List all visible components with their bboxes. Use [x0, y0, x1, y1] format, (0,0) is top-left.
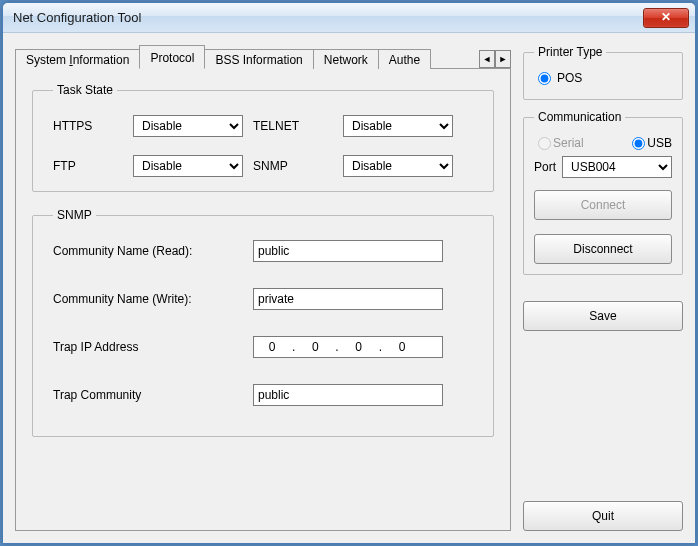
trap-ip-octet-3[interactable] [341, 339, 377, 355]
tab-scroll-left[interactable]: ◄ [479, 50, 495, 68]
port-select[interactable]: USB004 [562, 156, 672, 178]
snmp-group: SNMP Community Name (Read): Community Na… [32, 208, 494, 437]
trap-community-label: Trap Community [53, 388, 253, 402]
community-read-label: Community Name (Read): [53, 244, 253, 258]
communication-legend: Communication [534, 110, 625, 124]
titlebar[interactable]: Net Configuration Tool ✕ [3, 3, 695, 33]
trap-community-row: Trap Community [53, 384, 473, 406]
save-button[interactable]: Save [523, 301, 683, 331]
community-write-input[interactable] [253, 288, 443, 310]
snmp-label: SNMP [253, 159, 333, 173]
printer-type-pos-row: POS [534, 71, 672, 85]
communication-serial-label: Serial [553, 136, 584, 150]
trap-ip-octet-4[interactable] [384, 339, 420, 355]
community-write-label: Community Name (Write): [53, 292, 253, 306]
https-label: HTTPS [53, 119, 123, 133]
communication-serial-radio [538, 137, 551, 150]
printer-type-legend: Printer Type [534, 45, 606, 59]
right-pane: Printer Type POS Communication Serial US… [523, 45, 683, 531]
tab-protocol[interactable]: Protocol [139, 45, 205, 69]
port-label: Port [534, 160, 556, 174]
printer-type-pos-radio[interactable] [538, 72, 551, 85]
ftp-label: FTP [53, 159, 123, 173]
task-state-group: Task State HTTPS Disable TELNET Disable … [32, 83, 494, 192]
trap-ip-label: Trap IP Address [53, 340, 253, 354]
task-state-legend: Task State [53, 83, 117, 97]
communication-usb-radio[interactable] [632, 137, 645, 150]
communication-usb-label: USB [647, 136, 672, 150]
tab-bss-information[interactable]: BSS Information [204, 49, 313, 69]
tab-network[interactable]: Network [313, 49, 379, 69]
snmp-select[interactable]: Disable [343, 155, 453, 177]
connect-button: Connect [534, 190, 672, 220]
ftp-select[interactable]: Disable [133, 155, 243, 177]
trap-ip-field[interactable]: . . . [253, 336, 443, 358]
trap-ip-octet-1[interactable] [254, 339, 290, 355]
https-select[interactable]: Disable [133, 115, 243, 137]
telnet-label: TELNET [253, 119, 333, 133]
left-pane: System Information Protocol BSS Informat… [15, 45, 511, 531]
disconnect-button[interactable]: Disconnect [534, 234, 672, 264]
app-window: Net Configuration Tool ✕ System Informat… [2, 2, 696, 544]
quit-button[interactable]: Quit [523, 501, 683, 531]
tab-bar: System Information Protocol BSS Informat… [15, 45, 511, 69]
communication-mode-row: Serial USB [534, 136, 672, 150]
trap-ip-octet-2[interactable] [297, 339, 333, 355]
community-read-input[interactable] [253, 240, 443, 262]
trap-ip-row: Trap IP Address . . . [53, 336, 473, 358]
communication-group: Communication Serial USB Port USB004 [523, 110, 683, 275]
tab-scroll: ◄ ► [479, 50, 511, 68]
telnet-select[interactable]: Disable [343, 115, 453, 137]
window-title: Net Configuration Tool [9, 10, 643, 25]
community-write-row: Community Name (Write): [53, 288, 473, 310]
port-row: Port USB004 [534, 156, 672, 178]
task-grid: HTTPS Disable TELNET Disable FTP Disable… [53, 115, 473, 177]
printer-type-pos-label: POS [557, 71, 582, 85]
tab-panel-protocol: Task State HTTPS Disable TELNET Disable … [15, 69, 511, 531]
tab-scroll-right[interactable]: ► [495, 50, 511, 68]
community-read-row: Community Name (Read): [53, 240, 473, 262]
snmp-legend: SNMP [53, 208, 96, 222]
client-area: System Information Protocol BSS Informat… [3, 33, 695, 543]
close-button[interactable]: ✕ [643, 8, 689, 28]
tab-authe[interactable]: Authe [378, 49, 431, 69]
tab-system-information[interactable]: System Information [15, 49, 140, 69]
trap-community-input[interactable] [253, 384, 443, 406]
printer-type-group: Printer Type POS [523, 45, 683, 100]
